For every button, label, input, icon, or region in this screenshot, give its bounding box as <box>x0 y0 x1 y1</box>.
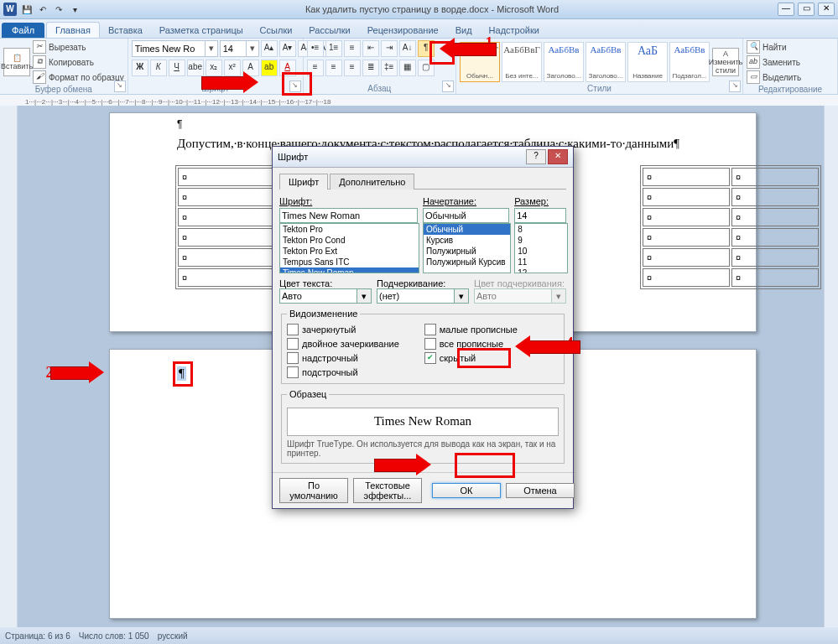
annotation-box-5 <box>455 453 515 478</box>
tab-home[interactable]: Главная <box>46 22 100 38</box>
group-title: Буфер обмена <box>3 84 124 95</box>
inc-indent-button[interactable]: ⇥ <box>381 40 398 57</box>
multilevel-button[interactable]: ≡ <box>344 40 361 57</box>
tab-references[interactable]: Ссылки <box>252 23 301 38</box>
status-lang[interactable]: русский <box>158 631 188 641</box>
cancel-button[interactable]: Отмена <box>506 483 575 498</box>
styles-launcher[interactable]: ↘ <box>729 80 741 92</box>
replace-icon: ab <box>747 55 760 69</box>
paste-button[interactable]: 📋Вставить <box>3 48 30 76</box>
style-nospacing[interactable]: АаБбВвГБез инте... <box>502 42 542 82</box>
style-heading1[interactable]: АаБбВвЗаголово... <box>544 42 584 82</box>
status-bar: Страница: 6 из 6 Число слов: 1 050 русск… <box>0 627 838 644</box>
style-subtitle[interactable]: АаБбВвПодзагол... <box>669 42 710 82</box>
justify-button[interactable]: ≣ <box>362 60 379 76</box>
ok-button[interactable]: ОК <box>432 483 501 498</box>
italic-button[interactable]: К <box>150 60 167 76</box>
sample-fieldset: Образец Times New Roman Шрифт TrueType. … <box>281 389 565 464</box>
size-list[interactable]: 89101112 <box>514 223 568 273</box>
sort-button[interactable]: A↓ <box>399 40 416 57</box>
dialog-help-button[interactable]: ? <box>526 149 546 164</box>
tab-insert[interactable]: Вставка <box>100 23 151 38</box>
format-painter-button[interactable]: 🖌Формат по образцу <box>33 70 124 84</box>
cb-superscript[interactable]: надстрочный <box>287 352 399 364</box>
doc-table-right[interactable]: ¤¤¤¤¤¤¤¤¤¤¤¤ <box>640 165 821 289</box>
brush-icon: 🖌 <box>33 70 46 84</box>
underline-combo[interactable]: ▾ <box>377 288 469 304</box>
close-button[interactable]: ✕ <box>818 3 835 16</box>
font-style-input[interactable] <box>423 208 509 223</box>
style-heading2[interactable]: АаБбВвЗаголово... <box>586 42 626 82</box>
file-tab[interactable]: Файл <box>2 23 44 38</box>
clipboard-launcher[interactable]: ↘ <box>114 80 126 92</box>
align-right-button[interactable]: ≡ <box>344 60 361 76</box>
group-title: Редактирование <box>747 84 834 95</box>
redo-icon[interactable]: ↷ <box>52 3 65 16</box>
paragraph-launcher[interactable]: ↘ <box>442 80 454 92</box>
font-name-combo[interactable]: ▾ <box>132 40 218 57</box>
shading-button[interactable]: ▦ <box>399 60 416 76</box>
bullets-button[interactable]: •≡ <box>307 40 324 57</box>
minimize-button[interactable]: — <box>778 3 794 16</box>
grow-font-button[interactable]: A▴ <box>261 40 278 57</box>
default-button[interactable]: По умолчанию <box>279 478 348 503</box>
window-buttons: — ▭ ✕ <box>778 3 835 16</box>
label-ucolor: Цвет подчеркивания: <box>474 278 565 288</box>
cb-strike[interactable]: зачеркнутый <box>287 324 399 335</box>
font-name-input[interactable] <box>279 208 418 223</box>
style-list[interactable]: ОбычныйКурсивПолужирныйПолужирный Курсив <box>423 223 511 273</box>
font-list[interactable]: Tekton ProTekton Pro CondTekton Pro ExtT… <box>279 223 419 273</box>
replace-button[interactable]: abЗаменить <box>747 55 801 69</box>
text-effects-button[interactable]: Текстовые эффекты... <box>353 478 422 503</box>
dialog-tab-advanced[interactable]: Дополнительно <box>330 174 414 190</box>
highlight-button[interactable]: ab <box>261 60 278 76</box>
tab-mailings[interactable]: Рассылки <box>300 23 358 38</box>
qat-more-icon[interactable]: ▾ <box>68 3 81 16</box>
title-bar: W 💾 ↶ ↷ ▾ Как удалить пустую страницу в … <box>0 0 838 19</box>
underline-button[interactable]: Ч <box>169 60 185 76</box>
ribbon: 📋Вставить ✂Вырезать ⧉Копировать 🖌Формат … <box>0 39 838 95</box>
dialog-titlebar[interactable]: Шрифт ? ✕ <box>273 147 573 168</box>
cb-subscript[interactable]: подстрочный <box>287 366 399 378</box>
status-page[interactable]: Страница: 6 из 6 <box>5 631 70 641</box>
tab-review[interactable]: Рецензирование <box>359 23 447 38</box>
cb-dblstrike[interactable]: двойное зачеркивание <box>287 338 399 350</box>
dialog-tab-font[interactable]: Шрифт <box>279 174 328 190</box>
cut-button[interactable]: ✂Вырезать <box>33 40 124 54</box>
style-title[interactable]: АаБНазвание <box>627 42 668 82</box>
line-spacing-button[interactable]: ‡≡ <box>381 60 398 76</box>
change-styles-button[interactable]: AИзменить стили <box>712 48 739 76</box>
annotation-box-4 <box>457 348 511 368</box>
select-icon: ▭ <box>747 70 760 84</box>
dialog-close-button[interactable]: ✕ <box>548 149 568 164</box>
shrink-font-button[interactable]: A▾ <box>279 40 296 57</box>
legend-sample: Образец <box>287 389 329 399</box>
select-button[interactable]: ▭Выделить <box>747 70 801 84</box>
text-color-combo[interactable]: ▾ <box>279 288 372 304</box>
vertical-ruler[interactable] <box>0 106 18 627</box>
status-words[interactable]: Число слов: 1 050 <box>79 631 149 641</box>
dec-indent-button[interactable]: ⇤ <box>362 40 379 57</box>
cb-smallcaps[interactable]: малые прописные <box>424 324 518 335</box>
save-icon[interactable]: 💾 <box>20 3 34 16</box>
word-icon: W <box>3 3 17 16</box>
dialog-tabs: Шрифт Дополнительно <box>279 173 566 190</box>
subscript-button[interactable]: x₂ <box>206 60 222 76</box>
check-icon: ✔ <box>424 352 436 364</box>
font-size-input[interactable] <box>514 208 566 223</box>
bold-button[interactable]: Ж <box>132 60 148 76</box>
align-center-button[interactable]: ≡ <box>325 60 342 76</box>
numbering-button[interactable]: 1≡ <box>325 40 342 57</box>
vertical-scrollbar[interactable] <box>824 106 838 627</box>
strike-button[interactable]: abe <box>187 60 204 76</box>
undo-icon[interactable]: ↶ <box>36 3 49 16</box>
copy-button[interactable]: ⧉Копировать <box>33 55 124 69</box>
tab-view[interactable]: Вид <box>447 23 481 38</box>
tab-layout[interactable]: Разметка страницы <box>151 23 252 38</box>
maximize-button[interactable]: ▭ <box>798 3 815 16</box>
quick-access-toolbar: 💾 ↶ ↷ ▾ <box>20 3 81 16</box>
annotation-box-3 <box>282 72 312 96</box>
font-size-combo[interactable]: ▾ <box>220 40 259 57</box>
find-button[interactable]: 🔍Найти <box>747 40 801 54</box>
label-color: Цвет текста: <box>279 278 332 288</box>
